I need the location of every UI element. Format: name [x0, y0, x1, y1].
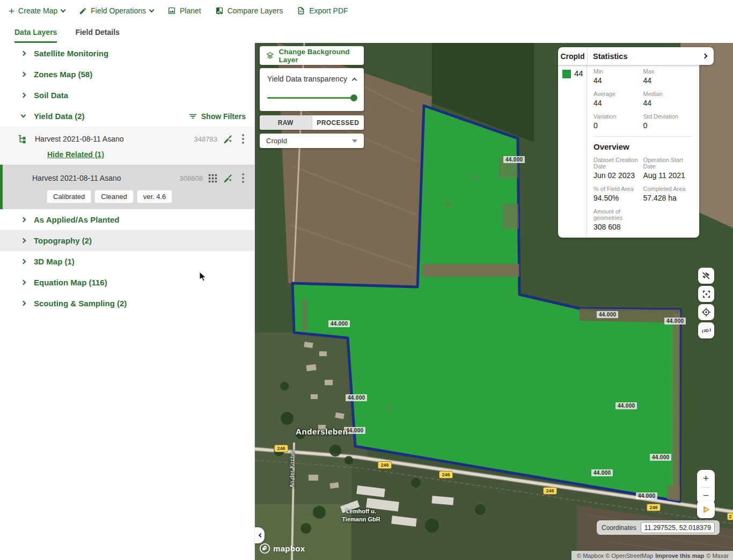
- field-operations-button[interactable]: Field Operations: [79, 6, 153, 15]
- road-shield-246: 246: [378, 461, 392, 469]
- overview-operation-start-date: Operation Start DateAug 11 2021: [643, 157, 693, 180]
- road-shield-246: 246: [439, 471, 453, 478]
- compare-layers-button[interactable]: Compare Layers: [215, 6, 283, 15]
- processed-tab[interactable]: PROCESSED: [312, 115, 364, 130]
- coordinates-input[interactable]: [641, 522, 715, 533]
- sidebar-item-3d-map[interactable]: 3D Map (1): [0, 251, 254, 272]
- dataset-count: 348783: [194, 135, 217, 143]
- section-label: Equation Map (116): [34, 278, 107, 287]
- sidebar-item-equation-map[interactable]: Equation Map (116): [0, 272, 254, 293]
- planet-button[interactable]: Planet: [167, 6, 201, 15]
- top-toolbar: + Create Map Field Operations Planet Com…: [0, 0, 733, 21]
- place-label-andersleben: Andersleben: [296, 427, 348, 436]
- mapbox-logo[interactable]: mapbox: [259, 543, 305, 554]
- kebab-menu-icon[interactable]: [238, 134, 248, 144]
- sidebar-item-as-applied[interactable]: As Applied/As Planted: [0, 209, 254, 230]
- gps-target-icon: [701, 307, 711, 317]
- chevron-right-icon: [21, 301, 26, 306]
- dataset-title: Harvest 2021-08-11 Asano: [32, 174, 121, 182]
- stat-min: Min44: [593, 68, 643, 85]
- road-shield-246: 246: [274, 445, 288, 452]
- statistics-panel: CropId Statistics 44 Min44 Max44 Average…: [558, 47, 714, 238]
- map-canvas[interactable]: 44.000 44.000 44.000 44.000 44.000 44.00…: [255, 43, 733, 560]
- filter-icon: [189, 113, 197, 120]
- svg-text:PDF: PDF: [299, 10, 304, 13]
- tag-version: ver. 4.6: [137, 190, 172, 203]
- yield-value-label: 44.000: [597, 311, 618, 318]
- statistics-title: Statistics: [588, 52, 627, 61]
- export-pdf-button[interactable]: PDF Export PDF: [297, 6, 348, 15]
- stat-max: Max44: [643, 68, 693, 85]
- slider-thumb[interactable]: [350, 94, 357, 101]
- caret-down-icon: [352, 139, 357, 143]
- yield-dataset-row[interactable]: Harvest 2021-08-11 Asano 348783 Hide Rel…: [0, 127, 254, 165]
- stat-median: Median44: [643, 91, 693, 107]
- toggle-labels-button[interactable]: [698, 268, 714, 284]
- yield-value-label: 44.000: [328, 320, 350, 327]
- show-filters-label: Show Filters: [201, 112, 246, 121]
- section-label: Satellite Monitoring: [34, 49, 108, 58]
- pdf-file-icon: PDF: [297, 6, 305, 15]
- sidebar-item-soil-data[interactable]: Soil Data: [0, 85, 254, 106]
- clean-tool-icon[interactable]: [223, 173, 233, 183]
- improve-this-map-link[interactable]: Improve this map: [655, 552, 704, 559]
- collapse-panel-chevron[interactable]: [703, 54, 707, 58]
- sidebar-item-satellite-monitoring[interactable]: Satellite Monitoring: [0, 43, 254, 64]
- sidebar-collapse-button[interactable]: [255, 527, 265, 543]
- toggle-3d-button[interactable]: 3D: [698, 322, 714, 338]
- yield-value-label: 44.000: [636, 492, 657, 499]
- change-background-layer-button[interactable]: Change Background Layer: [260, 46, 364, 65]
- show-filters-button[interactable]: Show Filters: [189, 112, 246, 121]
- map-attribution: © Mapbox © OpenStreetMap Improve this ma…: [571, 551, 733, 560]
- farm-label-line1: Lemhoff u.: [335, 507, 387, 515]
- transparency-slider[interactable]: [267, 97, 356, 99]
- sidebar-item-topography[interactable]: Topography (2): [0, 230, 254, 251]
- export-pdf-label: Export PDF: [309, 6, 348, 15]
- overview-amount-geometries: Amount of geometries308 608: [593, 208, 643, 231]
- yield-dataset-row-selected[interactable]: Harvest 2021-08-11 Asano 308608 Calibrat…: [0, 165, 254, 209]
- grid-matrix-icon[interactable]: [208, 174, 217, 183]
- data-layers-sidebar: Satellite Monitoring Zones Map (58) Soil…: [0, 43, 255, 560]
- yield-transparency-panel: Yield Data transparency: [260, 68, 364, 111]
- locate-me-button[interactable]: [698, 304, 714, 320]
- plus-icon: +: [9, 6, 14, 16]
- fit-field-button[interactable]: [698, 286, 714, 302]
- overview-completed-area: Completed Area57.428 ha: [643, 186, 693, 202]
- road-shield-246: 246: [543, 487, 557, 495]
- sidebar-item-zones-map[interactable]: Zones Map (58): [0, 64, 254, 85]
- pencil-icon: [79, 7, 87, 15]
- street-label: An der Kirche: [289, 452, 295, 488]
- section-label: Scouting & Sampling (2): [34, 299, 127, 308]
- raw-processed-toggle: RAW PROCESSED: [260, 115, 364, 130]
- transparency-title: Yield Data transparency: [267, 75, 347, 83]
- chevron-down-icon: [21, 113, 26, 118]
- chevron-up-icon[interactable]: [352, 77, 357, 83]
- mapbox-icon: [259, 543, 270, 554]
- kebab-menu-icon[interactable]: [238, 173, 248, 183]
- tab-field-details[interactable]: Field Details: [75, 21, 119, 43]
- raw-tab[interactable]: RAW: [260, 115, 312, 130]
- svg-text:3D: 3D: [703, 328, 709, 333]
- create-map-button[interactable]: + Create Map: [9, 6, 65, 16]
- focus-frame-icon: [702, 290, 711, 299]
- tab-data-layers[interactable]: Data Layers: [14, 21, 57, 43]
- hide-related-link[interactable]: Hide Related (1): [47, 150, 104, 159]
- clean-tool-icon[interactable]: [223, 134, 233, 144]
- attribution-maxar: © Maxar: [706, 552, 729, 559]
- coordinates-label: Coordinates: [602, 524, 636, 532]
- basemap-provider-button[interactable]: [697, 500, 715, 518]
- chevron-down-icon: [61, 7, 66, 12]
- dataset-title: Harvest 2021-08-11 Asano: [35, 135, 124, 143]
- zoom-in-button[interactable]: +: [697, 470, 715, 487]
- stat-average: Average44: [593, 91, 643, 107]
- yield-value-label: 44.000: [615, 402, 637, 409]
- tab-bar: Data Layers Field Details: [0, 21, 733, 43]
- sidebar-item-scouting-sampling[interactable]: Scouting & Sampling (2): [0, 293, 254, 314]
- mapbox-wordmark: mapbox: [273, 544, 305, 553]
- chevron-right-icon: [21, 238, 26, 244]
- section-label: Topography (2): [34, 236, 92, 245]
- attribute-select-value: CropId: [266, 137, 287, 145]
- sidebar-item-yield-data[interactable]: Yield Data (2) Show Filters: [0, 106, 254, 127]
- attribute-select[interactable]: CropId: [260, 134, 364, 148]
- attribution-links[interactable]: © Mapbox © OpenStreetMap: [577, 552, 653, 559]
